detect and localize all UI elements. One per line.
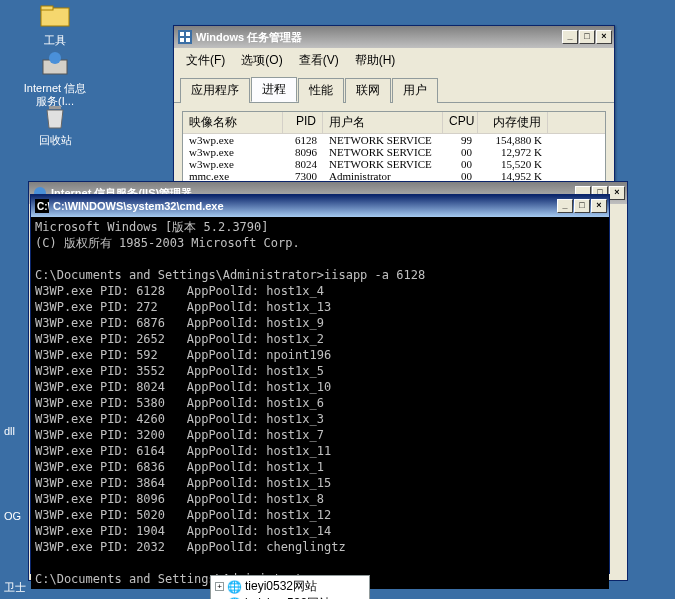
tree-node[interactable]: + 🌐 tieyi0532网站 <box>215 578 365 595</box>
col-user[interactable]: 用户名 <box>323 112 443 133</box>
svg-rect-6 <box>180 32 184 36</box>
folder-icon <box>39 0 71 32</box>
svg-rect-1 <box>41 6 53 10</box>
svg-point-3 <box>49 52 61 64</box>
node-label: haishen532网站 <box>245 595 331 599</box>
recycle-icon <box>39 100 71 132</box>
table-row[interactable]: w3wp.exe8096NETWORK SERVICE0012,972 K <box>183 146 605 158</box>
window-title: C:\WINDOWS\system32\cmd.exe <box>53 200 557 212</box>
maximize-button[interactable]: □ <box>579 30 595 44</box>
table-row[interactable]: w3wp.exe6128NETWORK SERVICE99154,880 K <box>183 134 605 146</box>
menu-view[interactable]: 查看(V) <box>291 50 347 71</box>
icon-label: 回收站 <box>20 134 90 147</box>
tabbar: 应用程序 进程 性能 联网 用户 <box>174 73 614 103</box>
site-icon: 🌐 <box>227 580 242 594</box>
menu-help[interactable]: 帮助(H) <box>347 50 404 71</box>
close-button[interactable]: × <box>591 199 607 213</box>
menu-options[interactable]: 选项(O) <box>233 50 290 71</box>
cmd-icon: C:\ <box>35 199 49 213</box>
tab-users[interactable]: 用户 <box>392 78 438 103</box>
tab-processes[interactable]: 进程 <box>251 77 297 102</box>
side-label: dll <box>4 425 15 437</box>
cmd-window[interactable]: C:\ C:\WINDOWS\system32\cmd.exe _ □ × Mi… <box>30 194 610 574</box>
col-pid[interactable]: PID <box>283 112 323 133</box>
side-label: OG <box>4 510 21 522</box>
task-manager-window[interactable]: Windows 任务管理器 _ □ × 文件(F) 选项(O) 查看(V) 帮助… <box>173 25 615 185</box>
tree-fragment: + 🌐 tieyi0532网站 + 🌐 haishen532网站 <box>210 575 370 599</box>
svg-rect-4 <box>49 106 61 109</box>
col-cpu[interactable]: CPU <box>443 112 478 133</box>
col-mem[interactable]: 内存使用 <box>478 112 548 133</box>
icon-label: 工具 <box>20 34 90 47</box>
svg-rect-8 <box>180 38 184 42</box>
window-title: Windows 任务管理器 <box>196 30 562 45</box>
tree-node[interactable]: + 🌐 haishen532网站 <box>215 595 365 599</box>
side-label: 卫士 <box>4 580 26 595</box>
col-name[interactable]: 映像名称 <box>183 112 283 133</box>
desktop-icon-iis[interactable]: Internet 信息服务(I... <box>20 48 90 108</box>
titlebar[interactable]: Windows 任务管理器 _ □ × <box>174 26 614 48</box>
titlebar[interactable]: C:\ C:\WINDOWS\system32\cmd.exe _ □ × <box>31 195 609 217</box>
iis-icon <box>39 48 71 80</box>
tab-networking[interactable]: 联网 <box>345 78 391 103</box>
tab-applications[interactable]: 应用程序 <box>180 78 250 103</box>
tab-performance[interactable]: 性能 <box>298 78 344 103</box>
table-row[interactable]: w3wp.exe8024NETWORK SERVICE0015,520 K <box>183 158 605 170</box>
close-button[interactable]: × <box>609 186 625 200</box>
maximize-button[interactable]: □ <box>574 199 590 213</box>
node-label: tieyi0532网站 <box>245 578 317 595</box>
minimize-button[interactable]: _ <box>557 199 573 213</box>
desktop-icon-recycle[interactable]: 回收站 <box>20 100 90 147</box>
menubar: 文件(F) 选项(O) 查看(V) 帮助(H) <box>174 48 614 73</box>
app-icon <box>178 30 192 44</box>
desktop-icon-tools[interactable]: 工具 <box>20 0 90 47</box>
cmd-terminal[interactable]: Microsoft Windows [版本 5.2.3790] (C) 版权所有… <box>31 217 609 589</box>
menu-file[interactable]: 文件(F) <box>178 50 233 71</box>
svg-rect-7 <box>186 32 190 36</box>
expand-icon[interactable]: + <box>215 582 224 591</box>
svg-rect-9 <box>186 38 190 42</box>
minimize-button[interactable]: _ <box>562 30 578 44</box>
close-button[interactable]: × <box>596 30 612 44</box>
svg-rect-0 <box>41 8 69 26</box>
svg-text:C:\: C:\ <box>37 201 49 212</box>
